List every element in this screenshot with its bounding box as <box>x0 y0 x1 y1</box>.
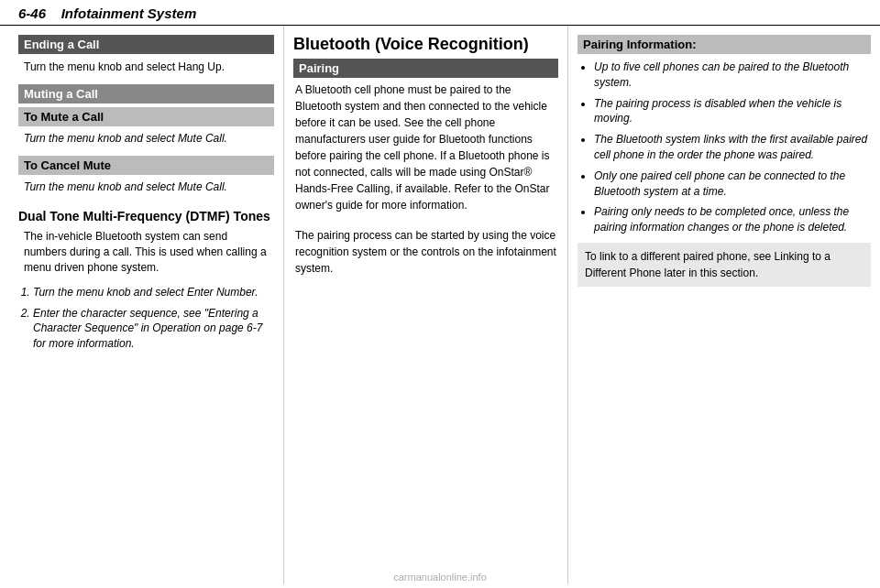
to-cancel-mute-body: Turn the menu knob and select Mute Call. <box>18 177 274 201</box>
bluetooth-title: Bluetooth (Voice Recognition) <box>293 35 558 55</box>
page-title: Infotainment System <box>61 5 197 21</box>
dtmf-header: Dual Tone Multi-Frequency (DTMF) Tones <box>18 203 274 225</box>
pairing-info-header: Pairing Information: <box>578 35 871 54</box>
bluetooth-body: A Bluetooth cell phone must be paired to… <box>293 82 558 213</box>
to-mute-body: Turn the menu knob and select Mute Call. <box>18 128 274 152</box>
right-column: Pairing Information: Up to five cell pho… <box>568 26 880 584</box>
bullet-item: The Bluetooth system links with the firs… <box>594 132 871 163</box>
content-area: Ending a Call Turn the menu knob and sel… <box>0 26 880 584</box>
dtmf-body: The in-vehicle Bluetooth system can send… <box>18 225 274 280</box>
bullet-item: Up to five cell phones can be paired to … <box>594 60 871 91</box>
link-text: To link to a different paired phone, see… <box>578 243 871 287</box>
pairing-body: The pairing process can be started by us… <box>293 227 558 277</box>
muting-call-header: Muting a Call <box>18 84 274 103</box>
bullet-item: The pairing process is disabled when the… <box>594 96 871 127</box>
left-column: Ending a Call Turn the menu knob and sel… <box>0 26 284 584</box>
page-number: 6-46 <box>18 5 46 21</box>
list-item: Turn the menu knob and select Enter Numb… <box>33 285 274 300</box>
watermark: carmanualonline.info <box>393 572 487 583</box>
page-header-text: 6-46 Infotainment System <box>18 5 196 21</box>
pairing-bullets: Up to five cell phones can be paired to … <box>578 60 871 235</box>
pairing-subheader: Pairing <box>293 59 558 78</box>
ending-call-body: Turn the menu knob and select Hang Up. <box>18 56 274 81</box>
list-item: Enter the character sequence, see "Enter… <box>33 306 274 352</box>
to-cancel-mute-header: To Cancel Mute <box>18 156 274 175</box>
dtmf-list: Turn the menu knob and select Enter Numb… <box>18 285 274 352</box>
ending-call-header: Ending a Call <box>18 35 274 54</box>
bullet-item: Only one paired cell phone can be connec… <box>594 169 871 200</box>
to-mute-header: To Mute a Call <box>18 107 274 126</box>
page-header: 6-46 Infotainment System <box>0 0 880 26</box>
middle-column: Bluetooth (Voice Recognition) Pairing A … <box>284 26 568 584</box>
bullet-item: Pairing only needs to be completed once,… <box>594 204 871 235</box>
